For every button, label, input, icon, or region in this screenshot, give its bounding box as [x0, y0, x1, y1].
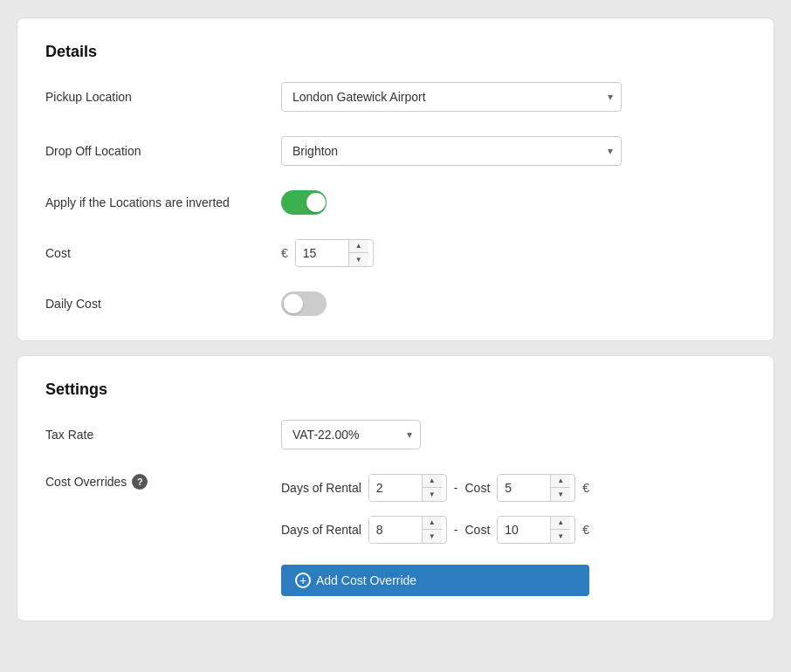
override-2-cost-label: Cost [465, 523, 491, 537]
invert-toggle-slider [281, 190, 327, 215]
tax-rate-label: Tax Rate [45, 428, 281, 442]
daily-cost-toggle-slider [281, 291, 327, 316]
override-1-cost-spin-up[interactable]: ▲ [551, 475, 570, 488]
override-1-days-wrapper: ▲ ▼ [368, 474, 447, 502]
override-2-cost-spin-up[interactable]: ▲ [551, 517, 570, 530]
daily-cost-field-row: Daily Cost [45, 291, 746, 316]
cost-overrides-help-icon[interactable]: ? [132, 474, 148, 490]
override-row-2: Days of Rental ▲ ▼ - Cost ▲ [281, 516, 589, 544]
dropoff-select-wrapper: Brighton London Manchester Birmingham ▾ [281, 136, 622, 166]
override-2-cost-spin: ▲ ▼ [550, 517, 570, 543]
tax-rate-field-row: Tax Rate VAT-22.00% VAT-20.00% VAT-10.00… [45, 420, 746, 449]
override-1-days-spin-down[interactable]: ▼ [423, 488, 442, 501]
override-1-days-input[interactable] [369, 475, 422, 501]
cost-overrides-label-group: Cost Overrides ? [45, 474, 281, 490]
cost-spin-down[interactable]: ▼ [349, 253, 368, 266]
override-2-days-spin-up[interactable]: ▲ [423, 517, 442, 530]
override-2-days-label: Days of Rental [281, 523, 361, 537]
pickup-select[interactable]: London Gatewick Airport London Heathrow … [281, 82, 622, 112]
cost-overrides-control: Days of Rental ▲ ▼ - Cost ▲ [281, 474, 746, 596]
cost-input-wrapper: ▲ ▼ [295, 239, 374, 267]
daily-cost-control [281, 291, 746, 316]
override-1-cost-spin: ▲ ▼ [550, 475, 570, 501]
cost-input[interactable] [296, 240, 348, 266]
dropoff-field-row: Drop Off Location Brighton London Manche… [45, 136, 746, 166]
add-override-label: Add Cost Override [316, 573, 416, 587]
dropoff-control: Brighton London Manchester Birmingham ▾ [281, 136, 746, 166]
tax-rate-control: VAT-22.00% VAT-20.00% VAT-10.00% No Tax … [281, 420, 746, 449]
invert-toggle[interactable] [281, 190, 327, 215]
pickup-field-row: Pickup Location London Gatewick Airport … [45, 82, 746, 112]
cost-spin-buttons: ▲ ▼ [348, 240, 368, 266]
cost-overrides-label: Cost Overrides [45, 475, 127, 489]
override-2-cost-wrapper: ▲ ▼ [497, 516, 575, 544]
pickup-select-wrapper: London Gatewick Airport London Heathrow … [281, 82, 622, 112]
cost-field-row: Cost € ▲ ▼ [45, 239, 746, 267]
override-2-days-spin-down[interactable]: ▼ [423, 530, 442, 543]
override-2-currency: € [582, 523, 589, 537]
settings-card: Settings Tax Rate VAT-22.00% VAT-20.00% … [17, 355, 774, 621]
details-title: Details [45, 43, 746, 61]
dropoff-select[interactable]: Brighton London Manchester Birmingham [281, 136, 622, 166]
add-cost-override-button[interactable]: + Add Cost Override [281, 565, 589, 596]
details-card: Details Pickup Location London Gatewick … [17, 17, 774, 341]
override-1-dash: - [454, 481, 458, 495]
tax-select-wrapper: VAT-22.00% VAT-20.00% VAT-10.00% No Tax … [281, 420, 421, 449]
override-1-cost-label: Cost [465, 481, 491, 495]
invert-control [281, 190, 746, 215]
dropoff-label: Drop Off Location [45, 144, 281, 158]
override-2-cost-spin-down[interactable]: ▼ [551, 530, 570, 543]
override-1-days-label: Days of Rental [281, 481, 361, 495]
override-1-cost-wrapper: ▲ ▼ [497, 474, 575, 502]
override-1-cost-input[interactable] [498, 475, 550, 501]
override-2-days-wrapper: ▲ ▼ [368, 516, 447, 544]
override-1-days-spin: ▲ ▼ [422, 475, 442, 501]
pickup-label: Pickup Location [45, 90, 281, 104]
override-1-days-spin-up[interactable]: ▲ [423, 475, 442, 488]
override-2-dash: - [454, 523, 458, 537]
override-1-cost-spin-down[interactable]: ▼ [551, 488, 570, 501]
cost-spin-up[interactable]: ▲ [349, 240, 368, 253]
settings-title: Settings [45, 381, 746, 399]
cost-currency: € [281, 246, 288, 260]
override-2-days-spin: ▲ ▼ [422, 517, 442, 543]
cost-overrides-label-wrapper: Cost Overrides ? [45, 474, 281, 490]
override-2-days-input[interactable] [369, 517, 422, 543]
invert-label: Apply if the Locations are inverted [45, 195, 281, 209]
override-row-1: Days of Rental ▲ ▼ - Cost ▲ [281, 474, 589, 502]
daily-cost-toggle[interactable] [281, 291, 327, 316]
plus-circle-icon: + [295, 573, 311, 588]
daily-cost-label: Daily Cost [45, 297, 281, 311]
override-1-currency: € [582, 481, 589, 495]
pickup-control: London Gatewick Airport London Heathrow … [281, 82, 746, 112]
invert-field-row: Apply if the Locations are inverted [45, 190, 746, 215]
cost-label: Cost [45, 246, 281, 260]
tax-rate-select[interactable]: VAT-22.00% VAT-20.00% VAT-10.00% No Tax [281, 420, 421, 449]
cost-control: € ▲ ▼ [281, 239, 746, 267]
overrides-container: Days of Rental ▲ ▼ - Cost ▲ [281, 474, 589, 596]
override-2-cost-input[interactable] [498, 517, 550, 543]
cost-overrides-field-row: Cost Overrides ? Days of Rental ▲ ▼ - [45, 474, 746, 596]
